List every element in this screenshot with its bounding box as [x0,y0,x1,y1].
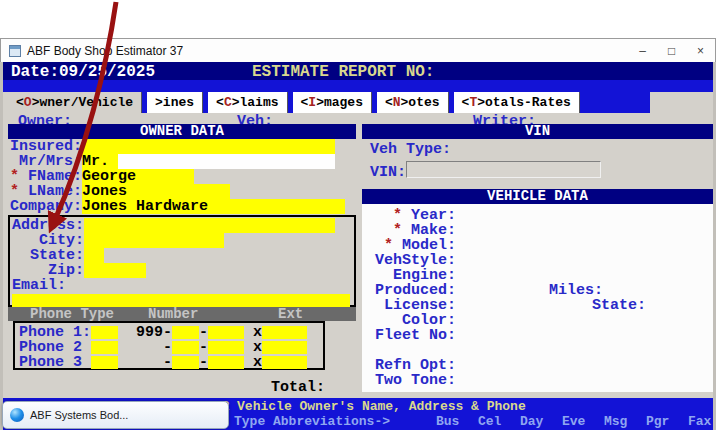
address-field[interactable] [84,218,335,233]
date-value: Date:09/25/2025 [11,63,155,81]
maximize-button[interactable]: □ [657,39,686,62]
abbrev-msg: Msg [604,414,627,429]
lname-field[interactable]: Jones [82,184,230,199]
mrmrs-field-rest[interactable] [118,154,335,169]
phone2-line-field[interactable] [208,341,244,354]
minimize-button[interactable]: – [628,39,657,62]
vehicle-data-panel: * Year: * Make: * Model: VehStyle: Engin… [362,204,713,392]
address-box: Address: City: State: Zip: Email: [8,215,356,307]
produced-row: Produced:Miles: [362,283,713,298]
abbrev-day: Day [520,414,543,429]
mrmrs-row: Mr/Mrs: Mr. [8,154,356,169]
screenshot-canvas: ABF Body Shop Estimator 37 – □ × Date:09… [0,0,716,430]
abbrev-cel: Cel [478,414,501,429]
taskbar-button[interactable]: ABF Systems Bod... [2,401,229,429]
owner-data-header: OWNER DATA [8,124,356,139]
tab-owner-vehicle[interactable]: <O>wner/Vehicle [8,92,142,113]
fname-field[interactable]: George [82,169,194,184]
phone-type-column-header: Phone Type [30,307,114,321]
lname-row: * LName: Jones [8,184,356,199]
tab-notes[interactable]: <N>otes [377,92,449,113]
insured-row: Insured: [8,139,356,154]
abbrev-bus: Bus [436,414,459,429]
phone3-prefix-field[interactable] [172,356,199,369]
phone-row-1: Phone 1: 999 - - x [15,325,323,340]
engine-row: Engine: [362,268,713,283]
app-window-icon [9,45,21,57]
state-field[interactable] [84,248,104,263]
fleet-no-row: Fleet No: [362,328,713,343]
mrmrs-field[interactable]: Mr. [82,154,118,169]
phone-row-2: Phone 2 - - x [15,340,323,355]
color-row: Color: [362,313,713,328]
refn-opt-row: Refn Opt: [362,358,713,373]
phone3-ext-field[interactable] [262,356,307,369]
tab-lines[interactable]: >ines [147,92,203,113]
window-titlebar: ABF Body Shop Estimator 37 – □ × [0,38,716,62]
phone2-prefix-field[interactable] [172,341,199,354]
zip-field[interactable] [84,263,146,278]
phone1-line-field[interactable] [208,326,244,339]
vin-input[interactable] [406,161,601,178]
vin-header: VIN [362,124,713,139]
address-row: Address: [12,218,354,233]
tab-bar: <O>wner/Vehicle >ines <C>laims <I>mages … [8,92,650,113]
license-state-label: State: [592,298,646,313]
vehicle-data-header: VEHICLE DATA [362,189,713,204]
state-row: State: [12,248,354,263]
tab-totals-rates[interactable]: <T>otals-Rates [454,92,580,113]
abf-app-icon [10,408,24,422]
vehstyle-row: VehStyle: [362,253,713,268]
window-left-border [0,62,3,430]
abbrev-pgr: Pgr [646,414,669,429]
spacer-row [362,343,713,358]
type-abbreviations-label: Type Abbreviations-> [234,414,390,429]
email-label: Email: [12,278,354,293]
phone3-type-field[interactable] [91,356,118,369]
window-title: ABF Body Shop Estimator 37 [27,44,183,58]
phone-box: Phone 1: 999 - - x Phone 2 - - x Ph [13,321,325,370]
abbrev-eve: Eve [562,414,585,429]
tab-images[interactable]: <I>mages [293,92,372,113]
fname-row: * FName: George [8,169,356,184]
taskbar-button-label: ABF Systems Bod... [30,409,128,421]
make-row: * Make: [362,223,713,238]
number-column-header: Number [148,307,198,321]
vin-label: VIN: [370,164,406,181]
window-controls: – □ × [628,39,715,62]
model-row: * Model: [362,238,713,253]
city-row: City: [12,233,354,248]
miles-label: Miles: [549,283,603,298]
owner-data-rows: Insured: Mr/Mrs: Mr. * FName: George * L… [8,139,356,214]
two-tone-row: Two Tone: [362,373,713,388]
license-row: License:State: [362,298,713,313]
phone1-type-field[interactable] [91,326,118,339]
insured-field[interactable] [82,139,335,154]
company-row: Company: Jones Hardware [8,199,356,214]
city-field[interactable] [84,233,224,248]
phone2-ext-field[interactable] [262,341,307,354]
blue-divider-strip [3,80,713,92]
year-row: * Year: [362,208,713,223]
phone1-ext-field[interactable] [262,326,307,339]
phone1-prefix-field[interactable] [172,326,199,339]
phone-header-bar: Phone Type Number Ext [8,307,356,321]
ext-column-header: Ext [278,307,303,321]
phone-row-3: Phone 3 - - x [15,355,323,370]
company-field[interactable]: Jones Hardware [82,199,345,214]
close-button[interactable]: × [686,39,715,62]
phone3-line-field[interactable] [208,356,244,369]
phone2-type-field[interactable] [91,341,118,354]
veh-type-label: Veh Type: [370,141,451,158]
abbrev-fax: Fax [688,414,711,429]
tab-claims[interactable]: <C>laims [208,92,287,113]
zip-row: Zip: [12,263,354,278]
total-label: Total: [271,379,325,396]
estimate-report-label: ESTIMATE REPORT NO: [252,63,434,81]
date-header-bar: Date:09/25/2025 ESTIMATE REPORT NO: [3,62,713,80]
